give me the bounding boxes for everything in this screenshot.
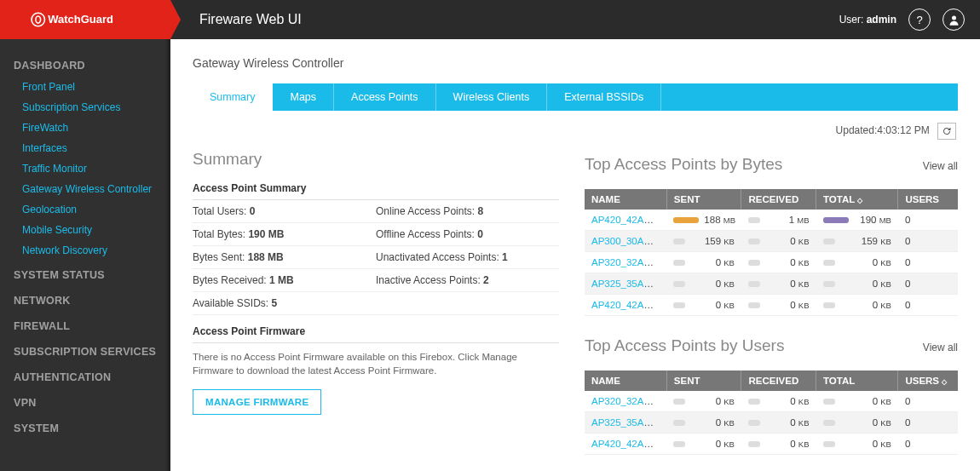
users-cell: 0 bbox=[898, 252, 958, 273]
profile-button[interactable] bbox=[943, 9, 965, 31]
brand-logo[interactable]: WatchGuard bbox=[0, 0, 170, 39]
tab-summary[interactable]: Summary bbox=[193, 83, 273, 111]
recv-cell: 0 KB bbox=[741, 434, 816, 455]
nav-item[interactable]: Network Discovery bbox=[0, 240, 170, 261]
sent-cell: 188 MB bbox=[666, 210, 741, 231]
table-row: AP300_30AP0279159 KB0 KB159 KB0 bbox=[585, 231, 958, 252]
top-users-viewall[interactable]: View all bbox=[923, 342, 958, 353]
nav-item[interactable]: Front Panel bbox=[0, 77, 170, 97]
fw-heading: Access Point Firmware bbox=[193, 320, 559, 343]
ap-link[interactable]: AP320_32AP06B0 bbox=[591, 257, 666, 267]
nav-heading[interactable]: DASHBOARD bbox=[0, 51, 170, 77]
nav-item[interactable]: Mobile Security bbox=[0, 220, 170, 240]
recv-cell: 0 KB bbox=[741, 412, 816, 434]
nav-heading[interactable]: SYSTEM STATUS bbox=[0, 261, 170, 286]
recv-cell: 0 KB bbox=[741, 273, 816, 295]
users-cell: 0 bbox=[898, 391, 958, 412]
recv-cell: 0 KB bbox=[741, 391, 816, 412]
total-cell: 159 KB bbox=[816, 231, 898, 252]
stats-cell: Online Access Points: 8 bbox=[376, 200, 559, 223]
ssids-row: Available SSIDs: 5 bbox=[193, 292, 559, 315]
users-cell: 0 bbox=[898, 412, 958, 434]
svg-point-2 bbox=[952, 15, 956, 20]
stats-cell: Unactivated Access Points: 1 bbox=[376, 246, 559, 269]
tab-maps[interactable]: Maps bbox=[273, 83, 334, 111]
svg-text:WatchGuard: WatchGuard bbox=[48, 13, 113, 26]
total-cell: 0 KB bbox=[816, 412, 898, 434]
top-bytes-title: Top Access Points by Bytes bbox=[585, 155, 782, 174]
ap-link[interactable]: AP420_42AP02CF bbox=[591, 215, 666, 225]
table-header[interactable]: NAME bbox=[585, 189, 666, 210]
help-button[interactable]: ? bbox=[908, 9, 931, 31]
sent-cell: 0 KB bbox=[666, 252, 741, 273]
nav-heading[interactable]: NETWORK bbox=[0, 286, 170, 312]
sent-cell: 0 KB bbox=[666, 434, 741, 455]
table-header[interactable]: SENT bbox=[666, 189, 741, 210]
recv-cell: 1 MB bbox=[741, 210, 816, 231]
users-cell: 0 bbox=[898, 210, 958, 231]
tab-external-bssids[interactable]: External BSSIDs bbox=[547, 83, 661, 111]
table-row: AP420_42AP02CA0 KB0 KB0 KB0 bbox=[585, 434, 958, 455]
tab-wireless-clients[interactable]: Wireless Clients bbox=[436, 83, 548, 111]
table-header[interactable]: TOTAL◇ bbox=[816, 189, 898, 210]
top-bytes-viewall[interactable]: View all bbox=[923, 160, 958, 172]
svg-point-0 bbox=[32, 13, 44, 26]
users-cell: 0 bbox=[898, 273, 958, 295]
total-cell: 190 MB bbox=[816, 210, 898, 231]
ap-link[interactable]: AP420_42AP02CA bbox=[591, 439, 666, 449]
nav-item[interactable]: FireWatch bbox=[0, 118, 170, 138]
ap-link[interactable]: AP325_35AP03B1 bbox=[591, 279, 666, 289]
table-row: AP420_42AP02CA0 KB0 KB0 KB0 bbox=[585, 295, 958, 316]
table-row: AP325_35AP03B10 KB0 KB0 KB0 bbox=[585, 273, 958, 295]
table-header[interactable]: SENT bbox=[666, 370, 741, 391]
sent-cell: 0 KB bbox=[666, 273, 741, 295]
nav-item[interactable]: Traffic Monitor bbox=[0, 158, 170, 179]
tabs: SummaryMapsAccess PointsWireless Clients… bbox=[193, 83, 958, 111]
ap-link[interactable]: AP300_30AP0279 bbox=[591, 236, 666, 246]
sidebar: DASHBOARDFront PanelSubscription Service… bbox=[0, 39, 170, 471]
total-cell: 0 KB bbox=[816, 252, 898, 273]
nav-heading[interactable]: FIREWALL bbox=[0, 312, 170, 337]
main-content: Gateway Wireless Controller SummaryMapsA… bbox=[170, 39, 980, 471]
total-cell: 0 KB bbox=[816, 295, 898, 316]
page-title: Gateway Wireless Controller bbox=[193, 56, 958, 70]
table-header[interactable]: NAME bbox=[585, 370, 666, 391]
table-header[interactable]: RECEIVED bbox=[741, 370, 816, 391]
stats-cell: Inactive Access Points: 2 bbox=[376, 269, 559, 291]
users-cell: 0 bbox=[898, 295, 958, 316]
manage-firmware-button[interactable]: MANAGE FIRMWARE bbox=[193, 389, 321, 415]
top-users-table: NAMESENTRECEIVEDTOTALUSERS◇ AP320_32AP06… bbox=[585, 370, 958, 455]
stats-cell: Total Users: 0 bbox=[193, 200, 376, 223]
app-title: Fireware Web UI bbox=[199, 12, 302, 27]
sent-cell: 0 KB bbox=[666, 391, 741, 412]
sent-cell: 0 KB bbox=[666, 412, 741, 434]
recv-cell: 0 KB bbox=[741, 295, 816, 316]
nav-item[interactable]: Interfaces bbox=[0, 138, 170, 158]
table-header[interactable]: RECEIVED bbox=[741, 189, 816, 210]
nav-item[interactable]: Subscription Services bbox=[0, 97, 170, 118]
ap-link[interactable]: AP325_35AP03B1 bbox=[591, 417, 666, 428]
ap-link[interactable]: AP320_32AP06B0 bbox=[591, 396, 666, 406]
sent-cell: 0 KB bbox=[666, 295, 741, 316]
nav-item[interactable]: Gateway Wireless Controller bbox=[0, 179, 170, 199]
nav-heading[interactable]: SUBSCRIPTION SERVICES bbox=[0, 337, 170, 363]
tab-access-points[interactable]: Access Points bbox=[334, 83, 436, 111]
nav-heading[interactable]: VPN bbox=[0, 388, 170, 414]
refresh-button[interactable] bbox=[937, 123, 956, 140]
total-cell: 0 KB bbox=[816, 434, 898, 455]
sent-cell: 159 KB bbox=[666, 231, 741, 252]
nav-heading[interactable]: SYSTEM bbox=[0, 414, 170, 439]
stats-grid: Total Users: 0Online Access Points: 8Tot… bbox=[193, 200, 559, 292]
updated-row: Updated:4:03:12 PM bbox=[193, 111, 958, 145]
users-cell: 0 bbox=[898, 231, 958, 252]
table-header[interactable]: USERS bbox=[898, 189, 958, 210]
nav-item[interactable]: Geolocation bbox=[0, 199, 170, 220]
topbar: WatchGuard Fireware Web UI User: admin ? bbox=[0, 0, 980, 39]
user-label: User: admin bbox=[839, 14, 896, 26]
table-header[interactable]: TOTAL bbox=[816, 370, 898, 391]
stats-cell: Bytes Received: 1 MB bbox=[193, 269, 376, 291]
nav-heading[interactable]: AUTHENTICATION bbox=[0, 363, 170, 388]
table-header[interactable]: USERS◇ bbox=[898, 370, 958, 391]
ap-link[interactable]: AP420_42AP02CA bbox=[591, 300, 666, 310]
sort-icon: ◇ bbox=[857, 197, 862, 204]
